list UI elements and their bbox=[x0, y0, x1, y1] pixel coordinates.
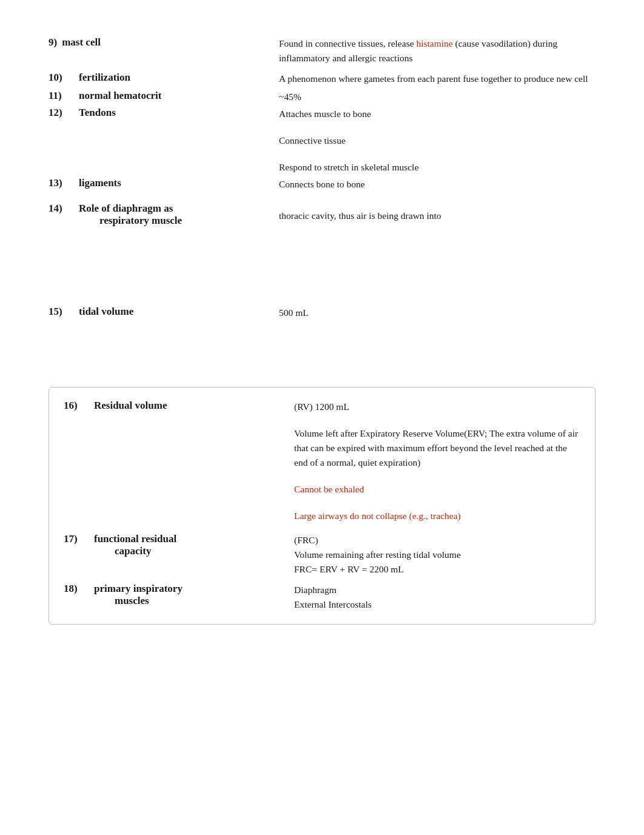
row-12: 12)Tendons Attaches muscle to bone Conne… bbox=[49, 107, 595, 175]
left-16: 16)Residual volume bbox=[64, 400, 294, 523]
term-15: tidal volume bbox=[79, 306, 133, 318]
term-17: functional residual capacity bbox=[94, 533, 176, 557]
row-13: 13)ligaments Connects bone to bone bbox=[49, 177, 595, 192]
term-11: normal hematocrit bbox=[79, 90, 161, 102]
num-9: 9) bbox=[49, 36, 57, 48]
spacer-before-card bbox=[49, 357, 595, 387]
left-10: 10)fertilization bbox=[49, 72, 279, 86]
def-11: ~45% bbox=[279, 90, 595, 104]
row-14: 14)Role of diaphragm as respiratory musc… bbox=[49, 203, 595, 227]
def-17-text: (FRC)Volume remaining after resting tida… bbox=[294, 533, 580, 577]
spacer-16a bbox=[294, 414, 580, 426]
def-17: (FRC)Volume remaining after resting tida… bbox=[294, 533, 580, 577]
spacer-16b bbox=[294, 470, 580, 482]
def-13: Connects bone to bone bbox=[279, 177, 595, 192]
card-section: 16)Residual volume (RV) 1200 mL Volume l… bbox=[49, 387, 595, 625]
left-17: 17)functional residual capacity bbox=[64, 533, 294, 577]
row-9: 9) mast cell Found in connective tissues… bbox=[49, 36, 595, 65]
def-12-line2: Connective tissue bbox=[279, 133, 595, 148]
def-9-text1: Found in connective tissues, release bbox=[279, 38, 416, 49]
num-13: 13) bbox=[49, 177, 79, 189]
num-16: 16) bbox=[64, 400, 94, 412]
def-15: 500 mL bbox=[279, 306, 595, 320]
def-10-text: A phenomenon where gametes from each par… bbox=[279, 73, 588, 84]
term-9: mast cell bbox=[62, 36, 101, 48]
term-16: Residual volume bbox=[94, 400, 167, 412]
term-13: ligaments bbox=[79, 177, 121, 189]
row-16: 16)Residual volume (RV) 1200 mL Volume l… bbox=[64, 400, 580, 523]
spacer-16c bbox=[294, 497, 580, 509]
spacer-big-1 bbox=[49, 245, 595, 281]
def-16-desc: Volume left after Expiratory Reserve Vol… bbox=[294, 426, 580, 470]
def-15-text: 500 mL bbox=[279, 307, 309, 318]
num-15: 15) bbox=[49, 306, 79, 318]
def-16: (RV) 1200 mL Volume left after Expirator… bbox=[294, 400, 580, 523]
cannot-be-exhaled: Cannot be exhaled bbox=[294, 482, 580, 497]
def-18: DiaphragmExternal Intercostals bbox=[294, 583, 580, 612]
def-12: Attaches muscle to bone Connective tissu… bbox=[279, 107, 595, 175]
def-13-text: Connects bone to bone bbox=[279, 179, 365, 189]
row-15: 15)tidal volume 500 mL bbox=[49, 306, 595, 320]
term-12: Tendons bbox=[79, 107, 116, 119]
num-14: 14) bbox=[49, 203, 79, 215]
row-18: 18)primary inspiratory muscles Diaphragm… bbox=[64, 583, 580, 612]
row-10: 10)fertilization A phenomenon where game… bbox=[49, 72, 595, 86]
left-15: 15)tidal volume bbox=[49, 306, 279, 320]
left-11: 11)normal hematocrit bbox=[49, 90, 279, 104]
num-17: 17) bbox=[64, 533, 94, 545]
spacer-12b bbox=[279, 148, 595, 160]
num-12: 12) bbox=[49, 107, 79, 119]
num-10: 10) bbox=[49, 72, 79, 84]
num-11: 11) bbox=[49, 90, 79, 102]
def-12-line1: Attaches muscle to bone bbox=[279, 107, 595, 121]
def-10: A phenomenon where gametes from each par… bbox=[279, 72, 595, 86]
def-11-text: ~45% bbox=[279, 92, 301, 102]
term-14: Role of diaphragm as respiratory muscle bbox=[79, 203, 182, 227]
left-9: 9) mast cell bbox=[49, 36, 279, 65]
def-12-line3: Respond to stretch in skeletal muscle bbox=[279, 160, 595, 175]
left-18: 18)primary inspiratory muscles bbox=[64, 583, 294, 612]
def-18-text: DiaphragmExternal Intercostals bbox=[294, 583, 580, 612]
histamine-text: histamine bbox=[416, 38, 452, 49]
row-17: 17)functional residual capacity (FRC)Vol… bbox=[64, 533, 580, 577]
def-16-rv: (RV) 1200 mL bbox=[294, 400, 580, 414]
left-14: 14)Role of diaphragm as respiratory musc… bbox=[49, 203, 279, 227]
term-18: primary inspiratory muscles bbox=[94, 583, 183, 607]
def-14: thoracic cavity, thus air is being drawn… bbox=[279, 203, 595, 227]
left-13: 13)ligaments bbox=[49, 177, 279, 192]
spacer-mid bbox=[49, 281, 595, 306]
spacer-12a bbox=[279, 121, 595, 133]
num-18: 18) bbox=[64, 583, 94, 595]
term-10: fertilization bbox=[79, 72, 130, 84]
left-12: 12)Tendons bbox=[49, 107, 279, 175]
def-14-text: thoracic cavity, thus air is being drawn… bbox=[279, 210, 441, 221]
def-9: Found in connective tissues, release his… bbox=[279, 36, 595, 65]
row-11: 11)normal hematocrit ~45% bbox=[49, 90, 595, 104]
large-airways-text: Large airways do not collapse (e.g., tra… bbox=[294, 509, 580, 523]
